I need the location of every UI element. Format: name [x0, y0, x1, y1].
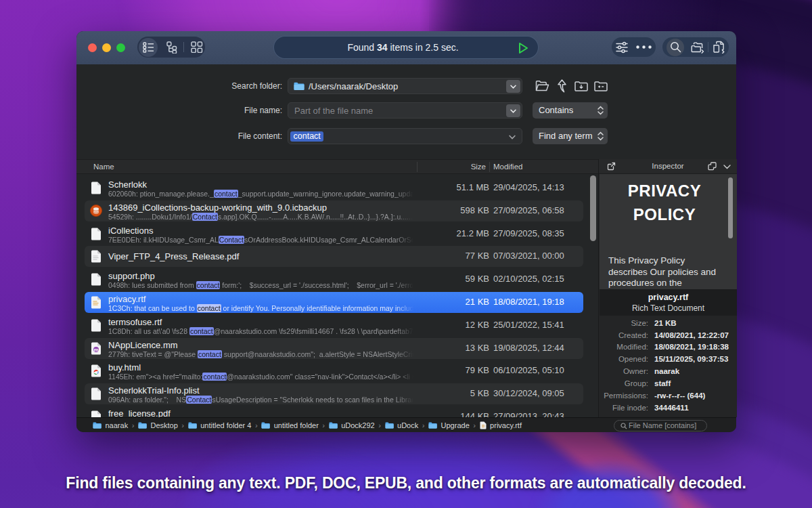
svg-text:m: m [93, 347, 98, 353]
